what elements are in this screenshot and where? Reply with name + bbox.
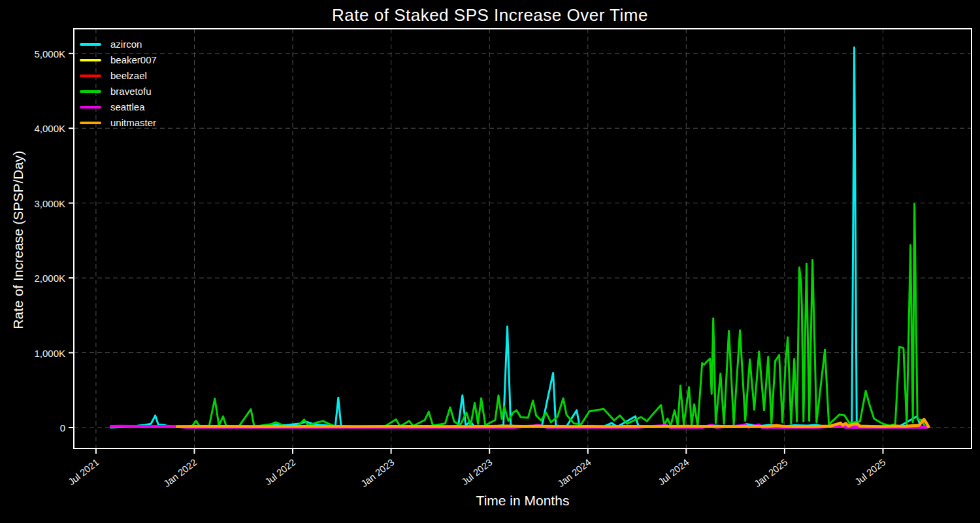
x-axis-label: Time in Months	[476, 493, 570, 509]
legend-swatch-icon	[80, 59, 101, 61]
legend-item-bravetofu: bravetofu	[80, 85, 157, 97]
legend-label: beaker007	[110, 54, 157, 66]
legend-label: unitmaster	[110, 116, 156, 129]
plot-border	[74, 29, 972, 448]
legend-label: seattlea	[110, 101, 145, 113]
legend-item-azircon: azircon	[80, 38, 157, 50]
figure: Rate of Staked SPS Increase Over Time Ra…	[0, 0, 980, 523]
legend-label: azircon	[110, 38, 142, 50]
legend-label: bravetofu	[110, 85, 152, 97]
chart-title: Rate of Staked SPS Increase Over Time	[0, 5, 980, 25]
legend-item-seattlea: seattlea	[80, 101, 157, 113]
series-bravetofu	[191, 204, 925, 428]
legend-swatch-icon	[80, 43, 101, 46]
legend-swatch-icon	[80, 90, 101, 93]
y-axis-label: Rate of Increase (SPSP/Day)	[10, 150, 26, 329]
legend-item-beelzael: beelzael	[80, 69, 157, 82]
legend-swatch-icon	[80, 122, 101, 124]
legend-swatch-icon	[80, 75, 101, 77]
legend: azirconbeaker007beelzaelbravetofuseattle…	[80, 38, 157, 132]
legend-item-unitmaster: unitmaster	[80, 116, 157, 129]
legend-swatch-icon	[80, 106, 101, 109]
legend-label: beelzael	[110, 69, 147, 82]
legend-item-beaker007: beaker007	[80, 54, 157, 66]
